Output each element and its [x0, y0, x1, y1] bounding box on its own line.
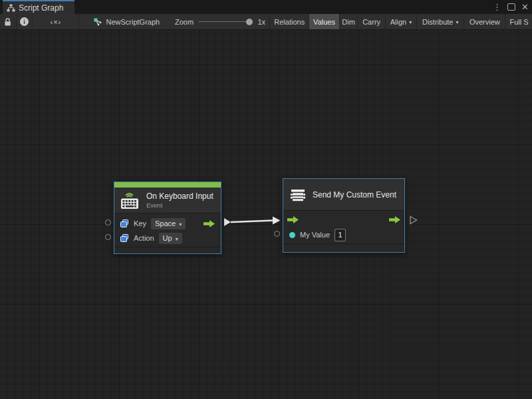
values-button[interactable]: Values [309, 14, 339, 29]
node-on-keyboard-input[interactable]: On Keyboard Input Event Key Space ▾ [114, 182, 221, 254]
my-value-input[interactable]: 1 [334, 229, 346, 241]
node1-trigger-out-port[interactable] [224, 218, 231, 226]
full-screen-button[interactable]: Full S [505, 14, 532, 29]
tab-title: Script Graph [19, 3, 63, 13]
node2-exit-port[interactable] [410, 217, 417, 224]
unity-script-graph-window: Script Graph ⋮ ✕ i ‹×› [0, 0, 532, 399]
info-button[interactable]: i [17, 14, 33, 29]
key-label: Key [134, 219, 146, 227]
custom-event-icon [289, 187, 307, 203]
lock-icon [4, 17, 11, 27]
graph-hierarchy-icon [7, 4, 15, 12]
maximize-icon[interactable] [507, 3, 515, 11]
event-accent-bar [114, 182, 221, 188]
key-row: Key Space ▾ [114, 216, 221, 231]
dim-button[interactable]: Dim [340, 14, 358, 29]
action-dropdown[interactable]: Up ▾ [159, 233, 182, 244]
node-send-my-custom-event[interactable]: Send My Custom Event My Value 1 [283, 178, 405, 253]
code-view-button[interactable]: ‹×› [33, 14, 79, 29]
my-value-label: My Value [300, 231, 330, 239]
node1-header: On Keyboard Input Event [114, 188, 221, 213]
action-input-port[interactable] [105, 234, 111, 240]
chevron-down-icon: ▾ [409, 19, 412, 25]
enum-literal-icon [120, 234, 129, 242]
align-dropdown-button[interactable]: Align ▾ [386, 14, 417, 29]
graph-breadcrumb[interactable]: NewScriptGraph [79, 14, 169, 29]
tab-script-graph[interactable]: Script Graph [3, 0, 74, 14]
flow-row [283, 212, 404, 227]
node1-title: On Keyboard Input [146, 192, 213, 201]
chevron-down-icon: ▾ [176, 235, 178, 241]
action-label: Action [134, 234, 154, 242]
window-controls: ⋮ ✕ [493, 0, 529, 14]
trigger-arrow-icon[interactable] [203, 220, 215, 227]
lock-button[interactable] [0, 14, 17, 29]
distribute-dropdown-button[interactable]: Distribute ▾ [417, 14, 464, 29]
node2-body: My Value 1 [283, 210, 404, 243]
my-value-input-port[interactable] [274, 231, 280, 237]
carry-button[interactable]: Carry [358, 14, 385, 29]
graph-canvas[interactable]: On Keyboard Input Event Key Space ▾ [0, 30, 532, 399]
code-icon: ‹×› [51, 18, 62, 26]
chevron-down-icon: ▾ [179, 221, 182, 227]
graph-name: NewScriptGraph [106, 18, 160, 26]
chevron-down-icon: ▾ [456, 19, 458, 25]
graph-toolbar: i ‹×› NewScriptGraph Zoom 1x Re [0, 14, 532, 30]
more-menu-icon[interactable]: ⋮ [493, 3, 501, 11]
enter-arrow-icon[interactable] [287, 216, 299, 223]
overview-button[interactable]: Overview [464, 14, 505, 29]
node1-subtitle: Event [146, 201, 213, 209]
enum-literal-icon [120, 219, 129, 227]
value-port-dot[interactable] [289, 232, 295, 238]
key-input-port[interactable] [105, 219, 111, 225]
keyboard-icon [120, 192, 140, 209]
relations-button[interactable]: Relations [270, 14, 309, 29]
script-graph-asset-icon [94, 18, 102, 26]
tab-strip: Script Graph ⋮ ✕ [0, 0, 532, 14]
close-icon[interactable]: ✕ [521, 3, 529, 11]
zoom-slider[interactable] [199, 21, 251, 22]
connection-wire[interactable] [231, 217, 281, 225]
exit-arrow-icon[interactable] [389, 216, 400, 223]
node1-footer [114, 247, 221, 253]
wire-layer [0, 30, 532, 399]
node2-title: Send My Custom Event [313, 190, 396, 200]
action-row: Action Up ▾ [114, 231, 221, 245]
info-icon: i [20, 17, 29, 26]
zoom-slider-knob[interactable] [246, 19, 253, 25]
node1-body: Key Space ▾ [114, 213, 221, 247]
node2-header: Send My Custom Event [283, 179, 404, 210]
my-value-row: My Value 1 [283, 227, 404, 243]
zoom-label: Zoom [175, 18, 194, 26]
node2-footer [283, 243, 404, 252]
zoom-control: Zoom 1x [170, 14, 270, 29]
key-dropdown[interactable]: Space ▾ [151, 218, 186, 229]
zoom-value: 1x [257, 18, 265, 26]
